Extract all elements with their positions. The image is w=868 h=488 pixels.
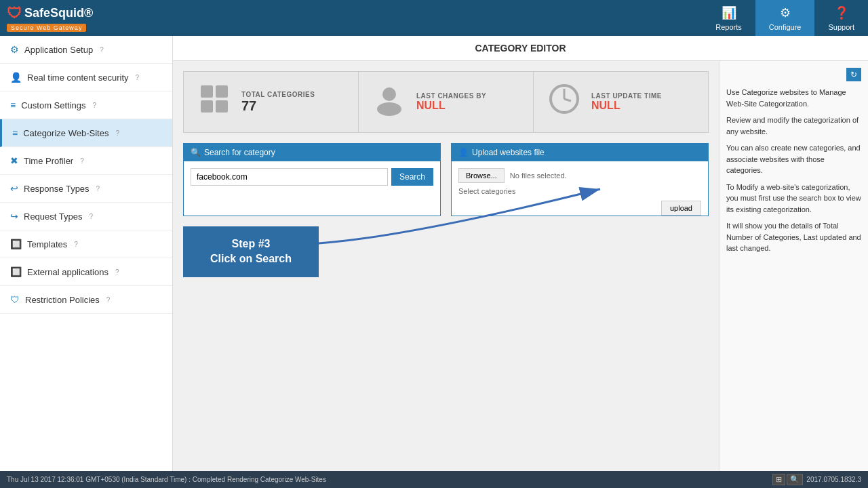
status-icons: ⊞ 🔍 bbox=[772, 474, 803, 485]
search-button[interactable]: Search bbox=[391, 168, 433, 186]
search-header-icon: 🔍 bbox=[191, 148, 201, 157]
upload-file-row: Browse... No files selected. bbox=[458, 168, 701, 183]
browse-button[interactable]: Browse... bbox=[458, 168, 505, 183]
search-box: 🔍 Search for category Search bbox=[183, 143, 441, 216]
last-changes-icon bbox=[372, 82, 406, 122]
sidebar-label-realtime-content: Real time content security bbox=[27, 73, 129, 83]
svg-rect-1 bbox=[216, 85, 228, 98]
sidebar-label-templates: Templates bbox=[27, 239, 67, 249]
logo-shield-icon: 🛡 bbox=[7, 5, 22, 22]
external-apps-icon: 🔲 bbox=[10, 266, 22, 277]
logo-subtitle: Secure Web Gateway bbox=[7, 24, 86, 32]
content-area: CATEGORY EDITOR bbox=[173, 36, 868, 471]
help-paragraph-4: To Modify a web-site's categorization, y… bbox=[726, 182, 861, 216]
logo-text: SafeSquid® bbox=[24, 6, 93, 20]
sidebar-label-time-profiler: Time Profiler bbox=[24, 156, 73, 166]
time-profiler-help-icon: ? bbox=[80, 157, 84, 165]
page-title: CATEGORY EDITOR bbox=[173, 36, 868, 61]
templates-help-icon: ? bbox=[74, 241, 78, 248]
svg-rect-3 bbox=[216, 100, 228, 113]
sidebar-label-external-applications: External applications bbox=[27, 267, 108, 277]
total-categories-value: 77 bbox=[241, 98, 315, 114]
main-wrapper: ⚙ Application Setup ? 👤 Real time conten… bbox=[0, 36, 868, 471]
configure-nav-item[interactable]: ⚙ Configure bbox=[755, 0, 815, 36]
stat-last-changes-by: LAST CHANGES BY NULL bbox=[358, 71, 533, 133]
main-content: TOTAL CATEGORIES 77 LAST CHANGES B bbox=[173, 61, 719, 471]
status-icon-btn-2[interactable]: 🔍 bbox=[787, 474, 803, 485]
sidebar-item-templates[interactable]: 🔲 Templates ? bbox=[0, 230, 172, 258]
search-box-header: 🔍 Search for category bbox=[184, 144, 440, 161]
sidebar-item-application-setup[interactable]: ⚙ Application Setup ? bbox=[0, 36, 172, 64]
support-nav-item[interactable]: ❓ Support bbox=[814, 0, 868, 36]
callout-section: Step #3 Click on Search bbox=[183, 226, 709, 277]
callout-line2: Click on Search bbox=[197, 251, 305, 266]
sidebar-label-categorize-websites: Categorize Web-Sites bbox=[23, 128, 108, 138]
upload-box-body: Browse... No files selected. Select cate… bbox=[452, 161, 708, 207]
sidebar-item-response-types[interactable]: ↩ Response Types ? bbox=[0, 175, 172, 203]
last-changes-info: LAST CHANGES BY NULL bbox=[416, 92, 486, 112]
help-paragraph-5: It will show you the details of Total Nu… bbox=[726, 220, 861, 254]
sidebar-label-application-setup: Application Setup bbox=[24, 45, 93, 55]
reports-nav-item[interactable]: 📊 Reports bbox=[702, 0, 755, 36]
search-box-title: Search for category bbox=[204, 148, 275, 157]
sidebar-item-time-profiler[interactable]: ✖ Time Profiler ? bbox=[0, 147, 172, 175]
configure-icon: ⚙ bbox=[780, 5, 791, 20]
sidebar-item-custom-settings[interactable]: ≡ Custom Settings ? bbox=[0, 92, 172, 119]
realtime-content-icon: 👤 bbox=[10, 72, 22, 83]
upload-header-icon: 👤 bbox=[458, 148, 469, 157]
request-types-icon: ↪ bbox=[10, 211, 18, 222]
last-update-icon bbox=[547, 82, 581, 122]
help-panel: ↻ Use Categorize websites to Manage Web-… bbox=[719, 61, 868, 471]
request-types-help-icon: ? bbox=[89, 213, 93, 220]
restriction-policies-icon: 🛡 bbox=[10, 294, 20, 305]
status-right: ⊞ 🔍 2017.0705.1832.3 bbox=[772, 474, 861, 485]
sidebar-label-restriction-policies: Restriction Policies bbox=[25, 295, 100, 305]
help-refresh-button[interactable]: ↻ bbox=[846, 68, 861, 81]
status-icon-btn-1[interactable]: ⊞ bbox=[772, 474, 785, 485]
upload-box: 👤 Upload websites file Browse... No file… bbox=[451, 143, 709, 216]
sidebar-item-realtime-content[interactable]: 👤 Real time content security ? bbox=[0, 64, 172, 92]
search-box-body: Search bbox=[184, 161, 440, 192]
svg-point-5 bbox=[377, 102, 401, 116]
status-text: Thu Jul 13 2017 12:36:01 GMT+0530 (India… bbox=[7, 476, 326, 483]
upload-button[interactable]: upload bbox=[661, 201, 701, 216]
sidebar-item-request-types[interactable]: ↪ Request Types ? bbox=[0, 203, 172, 230]
reports-label: Reports bbox=[715, 23, 742, 31]
search-input[interactable] bbox=[191, 168, 388, 186]
callout-line1: Step #3 bbox=[197, 237, 305, 251]
sidebar-label-request-types: Request Types bbox=[24, 211, 82, 222]
application-setup-icon: ⚙ bbox=[10, 44, 19, 55]
templates-icon: 🔲 bbox=[10, 239, 22, 249]
stat-last-update-time: LAST UPDATE TIME NULL bbox=[533, 71, 709, 133]
last-update-value: NULL bbox=[591, 100, 662, 112]
logo-title: 🛡 SafeSquid® bbox=[7, 5, 93, 22]
last-update-info: LAST UPDATE TIME NULL bbox=[591, 92, 662, 112]
upload-box-header: 👤 Upload websites file bbox=[452, 144, 708, 161]
sidebar-item-external-applications[interactable]: 🔲 External applications ? bbox=[0, 258, 172, 286]
support-icon: ❓ bbox=[834, 5, 849, 20]
support-label: Support bbox=[828, 23, 854, 31]
content-with-help: TOTAL CATEGORIES 77 LAST CHANGES B bbox=[173, 61, 868, 471]
callout-box: Step #3 Click on Search bbox=[183, 226, 319, 277]
custom-settings-help-icon: ? bbox=[93, 102, 97, 109]
restriction-policies-help-icon: ? bbox=[106, 296, 111, 304]
realtime-help-icon: ? bbox=[136, 74, 140, 81]
total-categories-info: TOTAL CATEGORIES 77 bbox=[241, 91, 315, 114]
svg-line-8 bbox=[564, 99, 571, 101]
help-paragraph-1: Use Categorize websites to Manage Web-Si… bbox=[726, 87, 861, 109]
version-text: 2017.0705.1832.3 bbox=[806, 476, 861, 483]
sidebar-item-restriction-policies[interactable]: 🛡 Restriction Policies ? bbox=[0, 286, 172, 314]
help-paragraph-2: Review and modify the categorization of … bbox=[726, 115, 861, 137]
categorize-help-icon: ? bbox=[115, 129, 119, 137]
last-changes-value: NULL bbox=[416, 100, 486, 112]
time-profiler-icon: ✖ bbox=[10, 155, 18, 166]
configure-label: Configure bbox=[769, 23, 802, 31]
total-categories-label: TOTAL CATEGORIES bbox=[241, 91, 315, 98]
sidebar-label-response-types: Response Types bbox=[24, 184, 90, 194]
top-nav-actions: 📊 Reports ⚙ Configure ❓ Support bbox=[702, 0, 868, 36]
sidebar-item-categorize-websites[interactable]: ≡ Categorize Web-Sites ? bbox=[0, 119, 172, 147]
svg-rect-0 bbox=[201, 85, 213, 98]
logo: 🛡 SafeSquid® Secure Web Gateway bbox=[7, 5, 93, 32]
custom-settings-icon: ≡ bbox=[10, 100, 16, 110]
sidebar: ⚙ Application Setup ? 👤 Real time conten… bbox=[0, 36, 173, 471]
